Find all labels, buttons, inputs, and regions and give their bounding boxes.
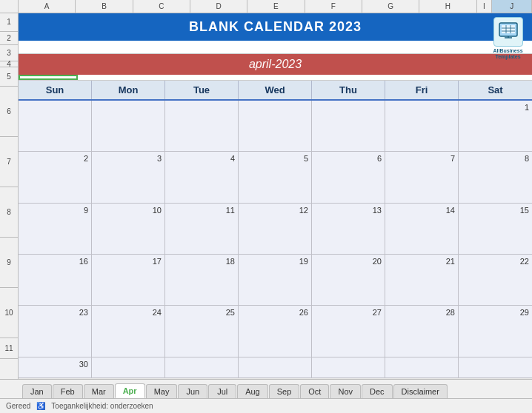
week1-thu[interactable] xyxy=(312,101,385,152)
week2-tue[interactable]: 4 xyxy=(165,152,239,203)
col-header-row: A B C D E F G H I J xyxy=(0,0,532,13)
week1-tue[interactable] xyxy=(165,101,239,152)
week4-sat[interactable]: 22 xyxy=(459,255,532,306)
row-num-4[interactable]: 4 xyxy=(0,61,18,67)
col-header-c[interactable]: C xyxy=(133,0,190,13)
week3-sun[interactable]: 9 xyxy=(19,204,92,255)
tab-mar[interactable]: Mar xyxy=(84,384,114,398)
tab-sep[interactable]: Sep xyxy=(269,384,300,398)
week1-sat[interactable]: 1 xyxy=(459,101,532,152)
col-header-j[interactable]: J xyxy=(492,0,532,13)
week2-sun[interactable]: 2 xyxy=(19,152,92,203)
day-header-sun: Sun xyxy=(19,81,92,99)
week4-fri[interactable]: 21 xyxy=(385,255,459,306)
week1-sun[interactable] xyxy=(19,101,92,152)
col-header-i[interactable]: I xyxy=(477,0,493,13)
gap-row4 xyxy=(19,75,532,81)
row-num-10[interactable]: 10 xyxy=(0,288,18,338)
day-headers-row: Sun Mon Tue Wed Thu Fri Sat xyxy=(19,81,532,101)
week2-thu[interactable]: 6 xyxy=(312,152,385,203)
tab-jun[interactable]: Jun xyxy=(178,384,207,398)
week4-mon[interactable]: 17 xyxy=(92,255,165,306)
week6-tue[interactable] xyxy=(165,357,239,378)
week3-sat[interactable]: 15 xyxy=(459,204,532,255)
day-header-wed: Wed xyxy=(239,81,312,99)
week4-wed[interactable]: 19 xyxy=(239,255,312,306)
col-header-g[interactable]: G xyxy=(362,0,419,13)
day-header-tue: Tue xyxy=(165,81,239,99)
week2-sat[interactable]: 8 xyxy=(459,152,532,203)
row-num-7[interactable]: 7 xyxy=(0,137,18,187)
row-numbers: 1 2 3 4 5 6 7 8 9 10 11 xyxy=(0,13,19,379)
week5-thu[interactable]: 27 xyxy=(312,306,385,357)
week6-mon[interactable] xyxy=(92,357,165,378)
tab-jan[interactable]: Jan xyxy=(22,384,52,398)
corner-cell xyxy=(0,0,19,13)
week5-fri[interactable]: 28 xyxy=(385,306,459,357)
col-header-f[interactable]: F xyxy=(305,0,362,13)
row-num-6[interactable]: 6 xyxy=(0,87,18,137)
row-num-11[interactable]: 11 xyxy=(0,338,18,359)
week6-sat[interactable] xyxy=(459,357,532,378)
week4-tue[interactable]: 18 xyxy=(165,255,239,306)
row-num-5[interactable]: 5 xyxy=(0,67,18,87)
calendar-title: BLANK CALENDAR 2023 xyxy=(19,13,532,41)
tab-disclaimer[interactable]: Disclaimer xyxy=(393,384,448,398)
week5-mon[interactable]: 24 xyxy=(92,306,165,357)
week1-wed[interactable] xyxy=(239,101,312,152)
row-num-2[interactable]: 2 xyxy=(0,32,18,45)
accessibility-icon: ♿ xyxy=(36,402,45,410)
tab-feb[interactable]: Feb xyxy=(53,384,83,398)
day-header-sat: Sat xyxy=(459,81,532,99)
tab-nov[interactable]: Nov xyxy=(330,384,361,398)
col-header-b[interactable]: B xyxy=(76,0,133,13)
svg-rect-2 xyxy=(502,25,515,33)
tab-apr[interactable]: Apr xyxy=(115,383,145,398)
tab-dec[interactable]: Dec xyxy=(362,384,393,398)
week6-thu[interactable] xyxy=(312,357,385,378)
week4-sun[interactable]: 16 xyxy=(19,255,92,306)
week5-sun[interactable]: 23 xyxy=(19,306,92,357)
week2-fri[interactable]: 7 xyxy=(385,152,459,203)
calendar-container: AllBusiness Templates BLANK CALENDAR 202… xyxy=(19,13,532,379)
week3-mon[interactable]: 10 xyxy=(92,204,165,255)
week4-thu[interactable]: 20 xyxy=(312,255,385,306)
tab-aug[interactable]: Aug xyxy=(237,384,268,398)
week6-fri[interactable] xyxy=(385,357,459,378)
week3-tue[interactable]: 11 xyxy=(165,204,239,255)
week3-wed[interactable]: 12 xyxy=(239,204,312,255)
status-text: Gereed xyxy=(6,402,30,410)
week5-wed[interactable]: 26 xyxy=(239,306,312,357)
status-sub-text: Toegankelijkheid: onderzoeken xyxy=(51,402,153,410)
week5-tue[interactable]: 25 xyxy=(165,306,239,357)
calendar-area: BLANK CALENDAR 2023 april-2023 Sun Mon T… xyxy=(19,13,532,379)
week6-sun[interactable]: 30 xyxy=(19,357,92,378)
week2-mon[interactable]: 3 xyxy=(92,152,165,203)
selected-cell-indicator xyxy=(19,75,78,80)
main-area: 1 2 3 4 5 6 7 8 9 10 11 xyxy=(0,13,532,379)
row-num-3[interactable]: 3 xyxy=(0,45,18,61)
tab-oct[interactable]: Oct xyxy=(300,384,329,398)
week1-fri[interactable] xyxy=(385,101,459,152)
day-header-fri: Fri xyxy=(385,81,459,99)
week3-thu[interactable]: 13 xyxy=(312,204,385,255)
row-num-1[interactable]: 1 xyxy=(0,13,18,32)
logo-box xyxy=(493,17,523,47)
month-label: april-2023 xyxy=(19,54,532,75)
tab-may[interactable]: May xyxy=(146,384,178,398)
row-num-8[interactable]: 8 xyxy=(0,187,18,238)
col-header-a[interactable]: A xyxy=(19,0,76,13)
tab-jul[interactable]: Jul xyxy=(208,384,236,398)
week2-wed[interactable]: 5 xyxy=(239,152,312,203)
week6-wed[interactable] xyxy=(239,357,312,378)
logo-text: AllBusiness Templates xyxy=(488,48,528,61)
row-num-9[interactable]: 9 xyxy=(0,238,18,288)
tab-bar: Jan Feb Mar Apr May Jun Jul Aug Sep Oct … xyxy=(0,379,532,398)
week5-sat[interactable]: 29 xyxy=(459,306,532,357)
week1-mon[interactable] xyxy=(92,101,165,152)
spacer-row2 xyxy=(19,41,532,54)
col-header-e[interactable]: E xyxy=(247,0,305,13)
col-header-d[interactable]: D xyxy=(190,0,247,13)
col-header-h[interactable]: H xyxy=(419,0,476,13)
week3-fri[interactable]: 14 xyxy=(385,204,459,255)
